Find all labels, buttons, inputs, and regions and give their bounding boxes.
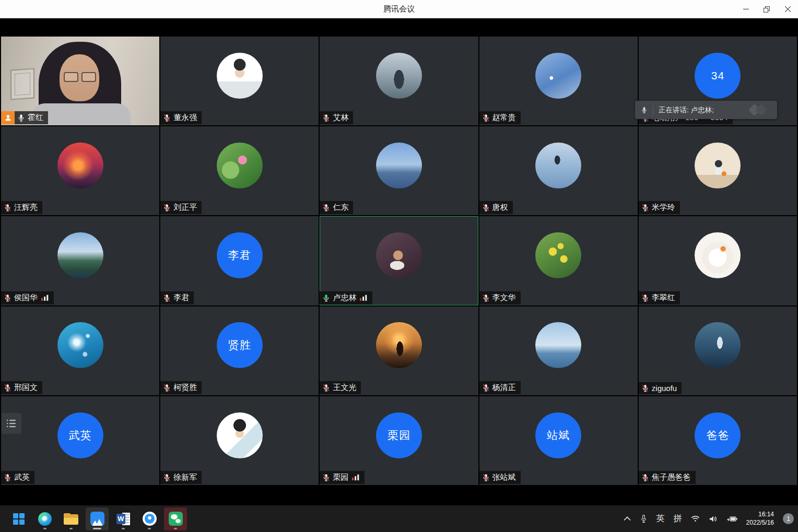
participant-tile[interactable]: 艾林 <box>320 37 478 125</box>
participant-avatar <box>57 143 103 188</box>
participant-name: 李君 <box>173 293 189 303</box>
member-list-icon <box>6 419 17 428</box>
participant-name-chip: 艾林 <box>320 111 353 124</box>
toast-mic-icon <box>640 106 648 114</box>
tim-icon <box>143 512 157 526</box>
participant-tile[interactable]: 侯国华 <box>1 216 159 305</box>
participant-name: 焦子愚爸爸 <box>652 472 691 482</box>
meeting-stage: 霍红 董永强 艾林 <box>0 18 798 505</box>
tray-battery-icon[interactable] <box>726 515 737 523</box>
tray-microphone-icon[interactable] <box>640 514 648 523</box>
participant-avatar <box>695 322 741 368</box>
member-list-button[interactable] <box>2 413 21 434</box>
restore-button[interactable] <box>756 0 777 18</box>
participant-tile[interactable]: 站斌 张站斌 <box>479 396 638 485</box>
participant-name: 张站斌 <box>492 472 516 482</box>
participant-tile[interactable]: 李君 李君 <box>160 216 319 305</box>
tencent-meeting-logo-icon <box>748 104 772 116</box>
participant-name: 徐新军 <box>173 472 197 482</box>
tencent-meeting-icon <box>90 512 104 526</box>
participant-tile[interactable]: 爸爸 焦子愚爸爸 <box>639 396 797 485</box>
participant-tile[interactable]: 李文华 <box>479 216 638 305</box>
taskbar-tim-button[interactable] <box>138 507 161 530</box>
participant-tile[interactable]: 卢忠林 <box>320 216 478 305</box>
taskbar-tencent-meeting-button[interactable] <box>86 507 109 530</box>
network-signal-icon <box>352 474 360 481</box>
taskbar-file-explorer-button[interactable] <box>60 507 83 530</box>
participant-avatar <box>57 232 103 278</box>
mic-icon <box>322 293 331 302</box>
participant-name-chip: 王文光 <box>320 381 361 394</box>
participant-tile[interactable]: 李翠红 <box>639 216 797 305</box>
participant-tile[interactable]: 徐新军 <box>160 396 319 485</box>
participant-avatar <box>376 53 422 99</box>
mic-icon <box>641 473 650 482</box>
tray-wifi-icon[interactable] <box>691 515 700 522</box>
toast-divider <box>653 105 653 115</box>
participant-name-chip: 栗园 <box>320 471 365 484</box>
participant-name-chip: 卢忠林 <box>320 291 372 304</box>
participant-tile[interactable]: 武英 武英 <box>1 396 159 485</box>
taskbar-edge-button[interactable] <box>33 507 56 530</box>
taskbar-clock[interactable]: 16:14 2022/5/16 <box>746 511 774 527</box>
participant-name-chip: 刘正平 <box>160 201 202 214</box>
taskbar-wechat-button[interactable] <box>164 507 187 530</box>
participant-tile[interactable]: 仁东 <box>320 126 478 215</box>
minimize-button[interactable] <box>735 0 756 18</box>
participant-name: 武英 <box>14 472 30 482</box>
host-badge-icon <box>1 111 15 124</box>
participant-name: 李翠红 <box>652 293 675 303</box>
participant-tile[interactable]: 米学玲 <box>639 126 797 215</box>
participant-tile[interactable]: 王文光 <box>320 306 478 395</box>
participant-name-chip: ziguofu <box>639 382 682 394</box>
mic-icon <box>322 473 331 482</box>
participant-name: ziguofu <box>652 384 677 393</box>
participant-avatar <box>535 322 581 368</box>
tray-volume-icon[interactable] <box>709 515 717 523</box>
participant-avatar <box>535 143 581 188</box>
tray-language-indicator[interactable]: 英 <box>656 513 665 524</box>
participant-avatar: 李君 <box>217 232 263 278</box>
clock-time: 16:14 <box>746 511 774 519</box>
tray-chevron-up-icon[interactable] <box>624 516 631 521</box>
participant-avatar: 站斌 <box>535 412 581 458</box>
titlebar: 腾讯会议 <box>0 0 798 18</box>
participant-tile[interactable]: 贤胜 柯贤胜 <box>160 306 319 395</box>
participant-name: 米学玲 <box>652 203 675 212</box>
tray-ime-indicator[interactable]: 拼 <box>674 513 682 524</box>
notification-count-badge[interactable]: 1 <box>783 513 794 524</box>
mic-icon <box>641 384 650 393</box>
participant-name-chip: 邢国文 <box>1 381 42 394</box>
participant-tile[interactable]: 董永强 <box>160 37 319 125</box>
participant-tile[interactable]: 霍红 <box>1 37 159 125</box>
participant-tile[interactable]: 栗园 栗园 <box>320 396 478 485</box>
close-button[interactable] <box>777 0 798 18</box>
participant-name: 董永强 <box>173 113 197 123</box>
participant-tile[interactable]: 唐权 <box>479 126 638 215</box>
participant-avatar <box>217 412 263 458</box>
participant-name: 杨清正 <box>492 383 516 393</box>
mic-icon <box>482 293 490 302</box>
participant-name-chip: 唐权 <box>479 201 513 214</box>
mic-icon <box>641 203 650 212</box>
participant-name: 柯贤胜 <box>173 383 197 393</box>
participant-tile[interactable]: ziguofu <box>639 306 797 395</box>
participant-name: 汪辉亮 <box>14 203 38 212</box>
taskbar-word-button[interactable]: W <box>112 507 135 530</box>
start-button[interactable] <box>7 507 30 530</box>
participant-avatar <box>217 143 263 188</box>
participant-tile[interactable]: 汪辉亮 <box>1 126 159 215</box>
network-signal-icon <box>360 294 368 301</box>
participant-name-chip: 徐新军 <box>160 471 202 484</box>
participant-avatar: 武英 <box>57 412 103 458</box>
participant-name-chip: 焦子愚爸爸 <box>639 471 696 484</box>
participant-name-chip: 霍红 <box>1 111 48 124</box>
participant-tile[interactable]: 刘正平 <box>160 126 319 215</box>
participant-tile[interactable]: 赵常贵 <box>479 37 638 125</box>
participant-avatar: 34 <box>695 53 741 99</box>
participant-tile[interactable]: 杨清正 <box>479 306 638 395</box>
participant-name: 霍红 <box>28 113 43 123</box>
participant-tile[interactable]: 邢国文 <box>1 306 159 395</box>
participant-name-chip: 李翠红 <box>639 291 680 304</box>
speaking-toast: 正在讲话: 卢忠林; <box>635 101 777 119</box>
